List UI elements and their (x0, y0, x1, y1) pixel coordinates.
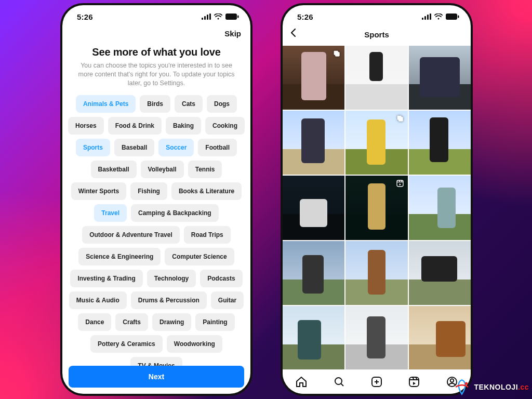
topic-chip[interactable]: Music & Audio (69, 291, 127, 309)
carousel-badge-icon (332, 49, 341, 58)
watermark-suffix: .cc (518, 383, 529, 391)
topic-chip[interactable]: Birds (140, 95, 170, 113)
tab-create[interactable] (370, 375, 383, 389)
topic-chip[interactable]: Cats (175, 95, 203, 113)
topic-chip[interactable]: Podcasts (200, 270, 242, 287)
topic-chip[interactable]: Road Trips (184, 226, 231, 244)
feed-grid (283, 46, 471, 370)
photo-placeholder (283, 111, 344, 175)
svg-rect-11 (458, 16, 459, 18)
feed-tile[interactable] (283, 176, 344, 240)
svg-rect-0 (202, 18, 203, 20)
topic-chip[interactable]: Travel (94, 204, 127, 222)
topic-chip[interactable]: Science & Engineering (78, 248, 161, 265)
feed-tile[interactable] (345, 241, 407, 305)
svg-rect-2 (207, 15, 208, 20)
svg-point-17 (335, 378, 342, 384)
carousel-badge-icon (395, 114, 405, 123)
phone-frame-left: 5:26 Skip See more of what you love You … (60, 3, 252, 396)
topic-chip[interactable]: Books & Literature (171, 182, 242, 200)
nav-bar: Sports (283, 26, 471, 43)
wifi-icon (434, 14, 443, 20)
photo-placeholder (409, 176, 471, 240)
topic-chip[interactable]: Football (198, 139, 237, 156)
topic-chip[interactable]: Dogs (207, 95, 237, 113)
topic-chip[interactable]: Fishing (130, 182, 167, 200)
feed-tile[interactable] (283, 111, 344, 175)
feed-tile[interactable] (409, 176, 471, 240)
cellular-icon (422, 14, 431, 20)
topic-chip[interactable]: Pottery & Ceramics (90, 335, 163, 353)
topic-chip[interactable]: Drawing (152, 313, 191, 331)
topic-chip[interactable]: Food & Drink (108, 117, 162, 135)
svg-rect-19 (409, 377, 419, 387)
feed-tile[interactable] (345, 46, 407, 110)
feed-tile[interactable] (409, 306, 471, 370)
photo-placeholder (409, 241, 471, 305)
topic-chip[interactable]: Outdoor & Adventure Travel (82, 226, 180, 244)
photo-placeholder (283, 306, 344, 370)
back-button[interactable] (290, 28, 297, 40)
topic-chip[interactable]: Crafts (115, 313, 148, 331)
topic-chip[interactable]: Soccer (158, 139, 194, 156)
feed-tile[interactable] (409, 46, 471, 110)
topic-chip[interactable]: Tennis (188, 161, 222, 178)
svg-rect-4 (225, 14, 237, 20)
topic-chip[interactable]: Baseball (114, 139, 154, 156)
svg-rect-8 (427, 15, 429, 20)
home-icon (295, 376, 308, 388)
svg-rect-3 (209, 14, 211, 20)
reel-badge-icon (395, 179, 405, 188)
topic-chip[interactable]: Volleyball (141, 161, 184, 178)
topic-chip[interactable]: Horses (68, 117, 104, 135)
next-button[interactable]: Next (69, 366, 244, 388)
screen-feed: 5:26 Sports (283, 5, 471, 394)
svg-rect-9 (430, 14, 431, 20)
topic-chip[interactable]: Technology (147, 270, 196, 287)
topic-chip[interactable]: Winter Sports (71, 182, 127, 200)
topic-chip[interactable]: Animals & Pets (76, 95, 136, 113)
status-bar: 5:26 (283, 5, 471, 26)
feed-tile[interactable] (409, 111, 471, 175)
phone-frame-right: 5:26 Sports (281, 3, 473, 396)
topic-chip[interactable]: Painting (195, 313, 234, 331)
topic-chip-list: Animals & PetsBirdsCatsDogsHorsesFood & … (62, 95, 250, 375)
next-button-label: Next (149, 373, 164, 381)
topic-chip[interactable]: Computer Science (165, 248, 234, 265)
cellular-icon (202, 14, 211, 20)
topic-chip[interactable]: Basketball (91, 161, 137, 178)
status-right (202, 14, 239, 20)
topic-chip[interactable]: Drums & Percussion (131, 291, 207, 309)
page-title: See more of what you love (71, 46, 242, 58)
svg-rect-10 (446, 14, 457, 20)
topic-chip[interactable]: Cooking (205, 117, 245, 135)
feed-tile[interactable] (345, 176, 407, 240)
tab-search[interactable] (332, 375, 346, 389)
tab-home[interactable] (295, 375, 308, 389)
photo-placeholder (283, 176, 344, 240)
watermark-logo-icon (453, 378, 471, 396)
feed-tile[interactable] (283, 241, 344, 305)
topic-chip[interactable]: Dance (78, 313, 111, 331)
tab-reels[interactable] (407, 375, 421, 389)
feed-tile[interactable] (283, 306, 344, 370)
feed-tile[interactable] (409, 241, 471, 305)
svg-rect-16 (397, 180, 403, 187)
skip-button[interactable]: Skip (224, 29, 241, 38)
topic-chip[interactable]: Baking (166, 117, 201, 135)
topic-chip[interactable]: Guitar (211, 291, 244, 309)
status-right (422, 14, 459, 20)
topic-chip[interactable]: Camping & Backpacking (131, 204, 219, 222)
screen-topics: 5:26 Skip See more of what you love You … (62, 5, 250, 394)
topic-chip[interactable]: Investing & Trading (70, 270, 142, 287)
topic-chip[interactable]: Woodworking (167, 335, 222, 353)
nav-title: Sports (364, 30, 389, 39)
photo-placeholder (345, 46, 407, 110)
reels-icon (408, 376, 420, 388)
svg-rect-7 (424, 16, 426, 20)
feed-tile[interactable] (345, 111, 407, 175)
feed-tile[interactable] (345, 306, 407, 370)
battery-icon (225, 14, 239, 20)
feed-tile[interactable] (283, 46, 344, 110)
topic-chip[interactable]: Sports (76, 139, 110, 156)
